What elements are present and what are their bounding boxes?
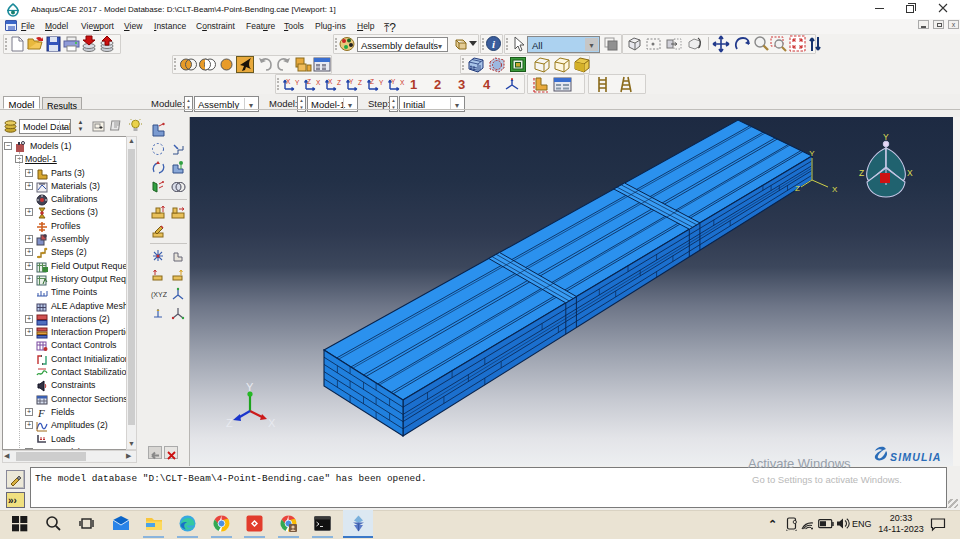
svg-text:Z: Z — [337, 79, 341, 86]
svg-text:Y: Y — [246, 381, 254, 393]
svg-text:X: X — [907, 168, 913, 178]
svg-text:X: X — [268, 417, 276, 429]
svg-text:Y: Y — [295, 79, 300, 86]
svg-text:X: X — [400, 79, 405, 86]
svg-text:X: X — [286, 78, 291, 85]
svg-text:X: X — [832, 185, 838, 194]
svg-text:Y: Y — [349, 78, 354, 85]
svg-text:X: X — [328, 78, 333, 85]
svg-text:F: F — [37, 407, 45, 419]
svg-text:Y: Y — [883, 132, 889, 142]
svg-text:(XYZ): (XYZ) — [151, 291, 167, 299]
svg-text:Y: Y — [391, 78, 396, 85]
svg-text:Y: Y — [809, 149, 815, 158]
svg-text:SIMULIA: SIMULIA — [890, 451, 942, 463]
svg-text:Y: Y — [379, 79, 384, 86]
svg-text:Z: Z — [226, 417, 233, 429]
svg-text:Z: Z — [795, 184, 800, 193]
svg-text:Z: Z — [358, 79, 362, 86]
svg-text:Z: Z — [307, 78, 311, 85]
svg-text:Z: Z — [859, 168, 864, 178]
svg-text:Z: Z — [370, 78, 374, 85]
svg-text:»›: »› — [8, 495, 17, 506]
svg-text:X: X — [316, 79, 321, 86]
